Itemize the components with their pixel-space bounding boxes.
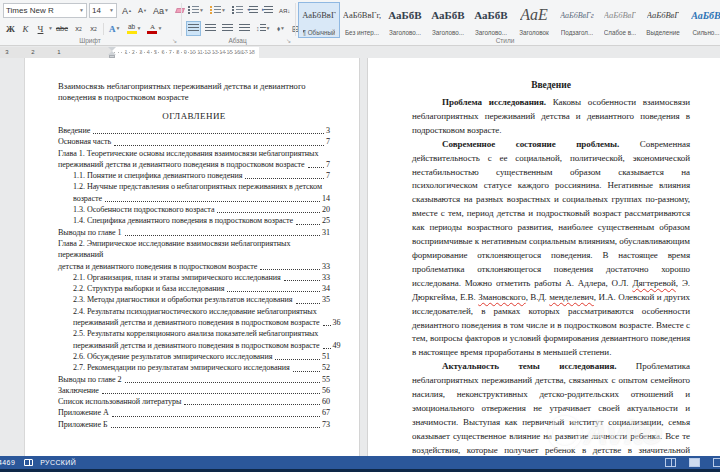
font-size-value: 14 [92, 6, 101, 15]
toc-entry[interactable]: Приложение А 67 [58, 407, 330, 418]
toc-page-number: 20 [322, 204, 330, 215]
toc-leader-dots [260, 269, 320, 270]
text-effects-button[interactable]: А▼ [107, 21, 122, 36]
document-page-intro[interactable]: Введение Проблема исследования. Каковы о… [367, 58, 720, 457]
increase-indent-button[interactable]: ▸ [262, 3, 275, 18]
line-spacing-button[interactable]: ↕▼ [254, 21, 272, 36]
toc-entry-text: 2.3. Методы диагностики и обработки резу… [73, 294, 293, 305]
font-group-row2: Ж К Ч ▼ abc x2 x2 А▼ ab ▼ А ▼ [3, 20, 165, 37]
toc-entry[interactable]: Основная часть 7 [58, 136, 330, 147]
toc-entry[interactable]: Глава 2. Эмпирическое исследование взаим… [58, 238, 330, 272]
toc-page-number: 14 [322, 193, 330, 204]
superscript-button[interactable]: x2 [87, 21, 100, 36]
style-card[interactable]: АаБбВвГ ¶ Обычный [298, 2, 340, 38]
toc-leader-dots [112, 416, 320, 417]
grow-font-button[interactable]: А▲ [120, 3, 134, 18]
toc-page-number: 52 [322, 362, 330, 373]
toc-leader-dots [102, 393, 320, 394]
toc-entry[interactable]: 2.3. Методы диагностики и обработки резу… [58, 294, 330, 305]
align-left-button[interactable] [186, 21, 201, 36]
multilevel-list-button[interactable] [230, 3, 245, 18]
style-card[interactable]: АаБбВвГг Подзагол... [556, 2, 598, 38]
toc-entry[interactable]: 2.1. Организация, план и этапы эмпиричес… [58, 272, 330, 283]
style-card[interactable]: АаБбВ Сильно... [685, 2, 720, 38]
paragraph-group-label: Абзац [190, 37, 285, 44]
toc-entry[interactable]: 2.5. Результаты корреляционного анализа … [58, 328, 330, 351]
toc-entry-text: Заключение [58, 385, 99, 396]
arrow-right-icon: ▸ [262, 6, 265, 12]
subscript-button[interactable]: x2 [72, 21, 85, 36]
toc-page-number: 7 [326, 170, 330, 181]
print-layout-icon[interactable] [689, 458, 700, 467]
toc-page-number: 34 [322, 283, 330, 294]
font-size-combo[interactable]: 14 ▼ [89, 3, 117, 18]
bullets-button[interactable]: ▼ [186, 3, 206, 18]
toc-entry[interactable]: 2.6. Обсуждение результатов эмпирическог… [58, 351, 330, 362]
word-count[interactable]: 4469 [0, 459, 15, 466]
strikethrough-button[interactable]: abc [54, 21, 70, 36]
style-card[interactable]: АаБбВвГ Слабое в... [599, 2, 641, 38]
style-preview-text: АаБбВвГг [560, 4, 594, 26]
italic-button[interactable]: К [19, 21, 32, 36]
toc-page-number: 60 [322, 396, 330, 407]
toc-leader-dots [105, 201, 320, 202]
toc-entry[interactable]: 1.2. Научные представления о неблагоприя… [58, 181, 330, 204]
highlight-color-bar [127, 31, 137, 34]
shrink-font-button[interactable]: А▼ [136, 3, 149, 18]
toc-entry[interactable]: 1.3. Особенности подросткового возраста … [58, 204, 330, 215]
toc-entry[interactable]: Глава 1. Теоретические основы исследован… [58, 148, 330, 171]
toc-entry[interactable]: 2.4. Результаты психодиагностического ис… [58, 306, 330, 329]
language-label[interactable]: РУССКИЙ [40, 459, 76, 466]
underline-button[interactable]: Ч [34, 21, 47, 36]
shading-button[interactable]: ⬧▼ [274, 21, 287, 36]
style-card[interactable]: АаБбВ Заголово... [384, 2, 426, 38]
toc-entry-text: 1.2. Научные представления о неблагоприя… [73, 181, 330, 192]
font-color-button[interactable]: А ▼ [145, 21, 164, 36]
style-preview-text: АаБбВ [691, 4, 720, 26]
justify-button[interactable] [237, 21, 252, 36]
read-mode-icon[interactable] [665, 458, 676, 467]
align-center-button[interactable] [203, 21, 218, 36]
document-page-toc[interactable]: Взаимосвязь неблагоприятных переживаний … [24, 58, 360, 457]
proofing-status-icon[interactable] [24, 459, 33, 466]
sort-button[interactable]: АЯ↓ [277, 3, 292, 18]
style-label: Выделение [646, 29, 679, 36]
style-label: Сильно... [692, 29, 719, 36]
styles-group-label: Стили [450, 37, 560, 44]
text-highlight-button[interactable]: ab ▼ [125, 21, 144, 36]
numbering-button[interactable]: ▼ [208, 3, 228, 18]
paragraph-dialog-launcher[interactable]: ↘ [286, 38, 291, 44]
font-dialog-launcher[interactable]: ↘ [172, 38, 177, 44]
toc-entry[interactable]: 2.2. Структура выборки и база исследован… [58, 283, 330, 294]
divider [103, 23, 104, 35]
horizontal-ruler[interactable]: 321123456789101112131415161718 [0, 47, 259, 58]
change-case-button[interactable]: Аа▼ [151, 3, 171, 18]
font-name-combo[interactable]: Times New R ▼ [3, 3, 87, 18]
toc-entry[interactable]: Список использованной литературы 60 [58, 396, 330, 407]
toc-leader-dots [125, 382, 320, 383]
toc-entry[interactable]: Введение 3 [58, 125, 330, 136]
style-card[interactable]: АаБбВвГ Выделение [642, 2, 684, 38]
toc-entry[interactable]: Выводы по главе 2 55 [58, 374, 330, 385]
arrow-left-icon: ◂ [247, 6, 250, 12]
toc-entry[interactable]: 1.4. Специфика девиантного поведения в п… [58, 215, 330, 226]
style-preview-text: АаБбВвГ [302, 4, 336, 26]
bold-button[interactable]: Ж [4, 21, 17, 36]
web-layout-icon[interactable] [713, 458, 720, 467]
style-label: Заголовок [519, 29, 549, 36]
toc-entry-text: Глава 2. Эмпирическое исследование взаим… [58, 238, 330, 261]
style-card[interactable]: АаБбВвГг, Без интер... [341, 2, 383, 38]
style-card[interactable]: АаБбВ Заголово... [470, 2, 512, 38]
style-card[interactable]: АаБбВ Заголово... [427, 2, 469, 38]
toc-entry[interactable]: 2.7. Рекомендации по результатам эмпирич… [58, 362, 330, 373]
paragraph-group-row2: ↕▼ ⬧▼ ⊞▼ [185, 20, 307, 37]
toc-entry[interactable]: Приложение Б 73 [58, 419, 330, 430]
decrease-indent-button[interactable]: ◂ [247, 3, 260, 18]
style-card[interactable]: АаЕ Заголовок [513, 2, 555, 38]
toc-entry[interactable]: Выводы по главе 1 31 [58, 227, 330, 238]
chevron-down-icon[interactable]: ▼ [48, 26, 53, 31]
align-right-button[interactable] [220, 21, 235, 36]
toc-entry[interactable]: Заключение 56 [58, 385, 330, 396]
toc-entry[interactable]: 1.1. Понятие и специфика девиантного пов… [58, 170, 330, 181]
style-label: Без интер... [345, 29, 379, 36]
